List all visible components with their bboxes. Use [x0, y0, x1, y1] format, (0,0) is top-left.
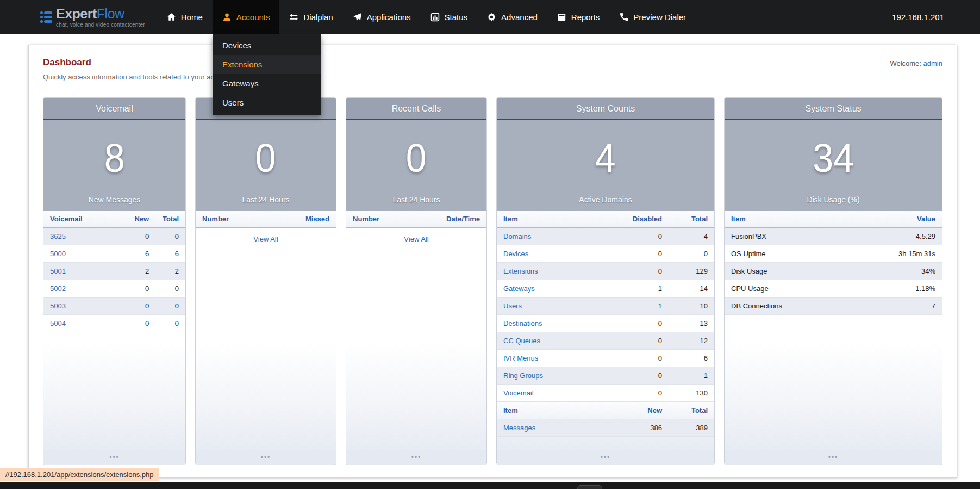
nav-item-label: Reports — [571, 13, 600, 22]
row-value-cell: 0 — [117, 228, 155, 245]
row-link[interactable]: Extensions — [503, 267, 538, 275]
row-label-cell: 5004 — [43, 315, 117, 332]
row-link[interactable]: Domains — [503, 232, 531, 240]
row-value-cell: 13 — [669, 315, 714, 332]
row-link[interactable]: Voicemail — [503, 389, 534, 397]
table-row: Messages386389 — [497, 419, 714, 437]
welcome-user-link[interactable]: admin — [923, 59, 942, 67]
view-all-link[interactable]: View All — [404, 235, 428, 243]
nav-item-status[interactable]: Status — [421, 0, 478, 34]
card-title: System Status — [725, 98, 942, 120]
row-value-cell: 0 — [610, 350, 669, 367]
row-link[interactable]: IVR Menus — [503, 354, 538, 362]
table-row: Domains04 — [497, 228, 714, 245]
stat-value: 4 — [595, 120, 616, 195]
column-header: New — [117, 211, 155, 228]
row-label-cell: FusionPBX — [725, 228, 847, 245]
swap-arrows-icon — [289, 13, 298, 22]
row-link[interactable]: 5004 — [50, 319, 66, 327]
row-link[interactable]: Gateways — [503, 284, 535, 293]
row-value-cell: 6 — [155, 245, 185, 263]
row-value-cell: 0 — [155, 298, 185, 315]
card-footer-menu[interactable]: ••• — [725, 450, 942, 465]
row-value-cell: 0 — [610, 332, 669, 350]
menu-item-devices[interactable]: Devices — [213, 36, 321, 55]
row-value-cell: 1.18% — [847, 280, 942, 298]
table-header-row: ItemNewTotal — [497, 402, 714, 419]
card-footer-menu[interactable]: ••• — [497, 450, 714, 465]
table-row: Voicemail0130 — [497, 385, 714, 402]
row-value-cell: 6 — [669, 350, 714, 367]
table-row: Extensions0129 — [497, 263, 714, 280]
stat-label: Disk Usage (%) — [807, 195, 859, 204]
row-link[interactable]: Devices — [503, 250, 528, 258]
table-row: 500200 — [43, 280, 185, 298]
expertflow-logo[interactable]: ExpertFlow chat, voice and video contact… — [40, 7, 145, 28]
row-link[interactable]: Messages — [503, 424, 535, 432]
table-header-row: ItemDisabledTotal — [497, 211, 714, 228]
nav-item-dialplan[interactable]: Dialplan — [279, 0, 342, 34]
row-label-cell: 3625 — [43, 228, 117, 245]
row-value-cell: 4 — [669, 228, 714, 245]
row-link[interactable]: 5002 — [50, 284, 66, 293]
view-all-link[interactable]: View All — [253, 235, 278, 243]
expertflow-logo-icon — [40, 11, 52, 23]
card-footer-menu[interactable]: ••• — [346, 450, 486, 465]
row-value-cell: 0 — [155, 315, 185, 332]
nav-item-preview-dialer[interactable]: Preview Dialer — [609, 0, 696, 34]
row-value-cell: 0 — [117, 315, 155, 332]
row-link[interactable]: 5001 — [50, 267, 66, 275]
table-header-row: VoicemailNewTotal — [43, 211, 185, 228]
menu-item-gateways[interactable]: Gateways — [213, 74, 321, 93]
card-footer-menu[interactable]: ••• — [196, 450, 336, 465]
row-value-cell: 14 — [669, 280, 714, 298]
column-header: Item — [497, 402, 610, 419]
row-label-cell: IVR Menus — [497, 350, 610, 367]
logo-text: ExpertFlow chat, voice and video contact… — [56, 7, 145, 28]
stat-value: 34 — [813, 120, 854, 195]
panel-header: Dashboard Quickly access information and… — [43, 57, 942, 81]
table-row: 500066 — [43, 245, 185, 263]
row-link[interactable]: 5000 — [50, 250, 66, 258]
nav-item-applications[interactable]: Applications — [343, 0, 421, 34]
menu-item-users[interactable]: Users — [213, 93, 321, 112]
bottom-bar — [0, 482, 980, 489]
scrollbar-thumb[interactable] — [577, 485, 602, 489]
data-table: ItemDisabledTotalDomains04Devices00Exten… — [497, 211, 714, 402]
table-row: CPU Usage1.18% — [725, 280, 942, 298]
row-link[interactable]: CC Queues — [503, 337, 540, 345]
card-title: System Counts — [497, 98, 714, 120]
row-value-cell: 10 — [669, 298, 714, 315]
row-link[interactable]: Ring Groups — [503, 372, 543, 380]
column-header: Voicemail — [43, 211, 117, 228]
row-label-cell: Voicemail — [497, 385, 610, 402]
row-label-cell: Disk Usage — [725, 263, 847, 280]
row-value-cell: 389 — [669, 419, 714, 437]
data-table: ItemValueFusionPBX4.5.29OS Uptime3h 15m … — [725, 211, 942, 315]
row-link[interactable]: Destinations — [503, 319, 542, 327]
table-row: OS Uptime3h 15m 31s — [725, 245, 942, 263]
row-label-cell: CC Queues — [497, 332, 610, 350]
welcome-text: Welcome: admin — [890, 59, 942, 67]
card-voicemail: Voicemail8New MessagesVoicemailNewTotal3… — [43, 97, 186, 465]
row-value-cell: 0 — [117, 298, 155, 315]
card-table-area: NumberDate/TimeView All — [346, 211, 486, 450]
nav-item-home[interactable]: Home — [157, 0, 213, 34]
row-link[interactable]: Users — [503, 302, 522, 310]
row-label-cell: Extensions — [497, 263, 610, 280]
menu-item-extensions[interactable]: Extensions — [213, 55, 321, 74]
nav-item-advanced[interactable]: Advanced — [477, 0, 547, 34]
row-link[interactable]: 5003 — [50, 302, 66, 310]
row-label-cell: DB Connections — [725, 298, 847, 315]
row-value-cell: 0 — [669, 245, 714, 263]
nav-item-accounts[interactable]: Accounts — [213, 0, 280, 34]
row-label-cell: 5000 — [43, 245, 117, 263]
stat-label: Active Domains — [579, 195, 632, 204]
row-link[interactable]: 3625 — [50, 232, 66, 240]
nav-item-reports[interactable]: Reports — [547, 0, 610, 34]
stat-label: Last 24 Hours — [242, 195, 289, 204]
card-footer-menu[interactable]: ••• — [43, 450, 185, 465]
column-header: Disabled — [610, 211, 669, 228]
row-label-cell: 5001 — [43, 263, 117, 280]
table-row: Destinations013 — [497, 315, 714, 332]
